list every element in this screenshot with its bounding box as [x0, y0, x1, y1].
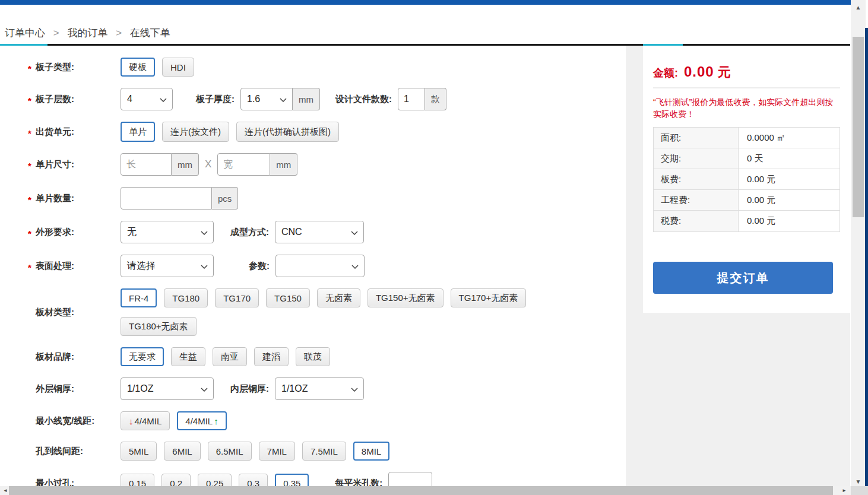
- inner-copper-label: 内层铜厚:: [230, 383, 269, 395]
- material-option-tg150-halogen-free[interactable]: TG150+无卤素: [368, 288, 443, 307]
- material-option-halogen-free[interactable]: 无卤素: [317, 288, 360, 307]
- min-trace-option-below[interactable]: ↓4/4MIL: [121, 411, 170, 430]
- min-via-label: 最小过孔:: [36, 478, 74, 487]
- material-option-tg150[interactable]: TG150: [266, 288, 310, 307]
- length-input[interactable]: [121, 153, 172, 176]
- brand-option-any[interactable]: 无要求: [121, 347, 164, 366]
- design-files-input[interactable]: [398, 88, 425, 110]
- brand-option-shengyi[interactable]: 生益: [171, 347, 205, 366]
- min-via-option-03[interactable]: 0.3: [239, 474, 268, 486]
- hole-to-line-option-5mil[interactable]: 5MIL: [121, 442, 157, 461]
- table-row: 工程费: 0.00 元: [654, 190, 840, 211]
- amount-value: 0.00: [684, 64, 714, 80]
- surface-select[interactable]: 请选择: [121, 255, 214, 277]
- length-unit: mm: [172, 153, 199, 176]
- amount-row: 金额: 0.00 元: [653, 64, 840, 88]
- min-via-option-015[interactable]: 0.15: [121, 474, 154, 486]
- breadcrumb-separator: >: [116, 27, 122, 39]
- layers-label: 板子层数:: [36, 94, 74, 105]
- row-piece-qty: *单片数量: pcs: [28, 187, 626, 210]
- material-option-tg180-halogen-free[interactable]: TG180+无卤素: [121, 317, 197, 336]
- layers-select[interactable]: 4: [121, 88, 173, 110]
- breadcrumb-online-order: 在线下单: [130, 27, 170, 39]
- breadcrumb-order-center[interactable]: 订单中心: [5, 27, 45, 39]
- brand-option-nanya[interactable]: 南亚: [213, 347, 247, 366]
- ship-unit-option-panel-by-file[interactable]: 连片(按文件): [162, 122, 229, 142]
- material-option-tg180[interactable]: TG180: [164, 288, 208, 307]
- chevron-down-icon: [280, 98, 287, 102]
- submit-order-button[interactable]: 提交订单: [653, 262, 833, 294]
- surface-param-label: 参数:: [249, 261, 270, 272]
- scroll-up-icon[interactable]: ▲: [851, 2, 866, 12]
- material-option-tg170-halogen-free[interactable]: TG170+无卤素: [451, 288, 527, 307]
- engineering-fee-label: 工程费:: [654, 190, 739, 210]
- brand-label: 板材品牌:: [36, 351, 74, 363]
- thickness-unit: mm: [293, 88, 320, 110]
- scroll-right-icon[interactable]: ►: [840, 486, 848, 495]
- board-type-option-hdi[interactable]: HDI: [162, 58, 194, 77]
- scroll-left-icon[interactable]: ◄: [1, 486, 9, 495]
- hole-to-line-option-6mil[interactable]: 6MIL: [164, 442, 200, 461]
- chevron-down-icon: [160, 98, 167, 102]
- surface-param-select[interactable]: [275, 255, 365, 277]
- row-min-via: 最小过孔: 0.15 0.2 0.25 0.3 0.35 每平米孔数:: [28, 472, 626, 486]
- brand-option-kingboard[interactable]: 建滔: [254, 347, 289, 366]
- holes-per-sqm-input[interactable]: [388, 472, 432, 486]
- board-fee-label: 板费:: [654, 169, 739, 189]
- row-material: 板材类型: FR-4 TG180 TG170 TG150 无卤素 TG150+无…: [28, 288, 626, 336]
- hole-to-line-option-7-5mil[interactable]: 7.5MIL: [302, 442, 346, 461]
- chevron-down-icon: [201, 231, 208, 235]
- brand-option-itek[interactable]: 联茂: [296, 347, 330, 366]
- tax-fee-value: 0.00 元: [739, 211, 840, 231]
- outline-select[interactable]: 无: [121, 221, 214, 243]
- width-input[interactable]: [217, 153, 270, 176]
- hole-to-line-option-8mil[interactable]: 8MIL: [353, 442, 389, 461]
- outer-copper-select[interactable]: 1/1OZ: [121, 377, 214, 400]
- vertical-scrollbar[interactable]: ▲ ▼: [851, 0, 866, 495]
- row-outline: *外形要求: 无 成型方式: CNC: [28, 221, 626, 243]
- forming-select[interactable]: CNC: [275, 221, 364, 243]
- hole-to-line-option-6-5mil[interactable]: 6.5MIL: [208, 442, 252, 461]
- min-trace-label: 最小线宽/线距:: [36, 415, 94, 427]
- engineering-fee-value: 0.00 元: [739, 190, 840, 210]
- board-type-option-rigid[interactable]: 硬板: [121, 58, 155, 77]
- hole-to-line-option-7mil[interactable]: 7MIL: [259, 442, 295, 461]
- required-mark: *: [28, 192, 36, 205]
- table-row: 税费: 0.00 元: [654, 211, 840, 231]
- width-unit: mm: [270, 153, 297, 176]
- required-mark: *: [28, 125, 36, 138]
- vertical-scrollbar-thumb[interactable]: [853, 37, 864, 217]
- scroll-down-icon[interactable]: ▼: [851, 477, 866, 487]
- size-multiply-separator: X: [205, 158, 211, 170]
- surface-label: 表面处理:: [36, 261, 74, 272]
- breadcrumb: 订单中心 > 我的订单 > 在线下单: [5, 26, 170, 40]
- piece-qty-input[interactable]: [121, 187, 212, 210]
- min-via-option-035[interactable]: 0.35: [275, 474, 309, 486]
- row-brand: 板材品牌: 无要求 生益 南亚 建滔 联茂: [28, 347, 626, 366]
- ship-unit-label: 出货单元:: [36, 126, 74, 138]
- horizontal-scrollbar-thumb[interactable]: [9, 486, 833, 495]
- piece-size-label: 单片尺寸:: [36, 159, 74, 170]
- breadcrumb-my-orders[interactable]: 我的订单: [67, 27, 107, 39]
- board-type-label: 板子类型:: [36, 62, 74, 73]
- min-trace-option-above[interactable]: 4/4MIL↑: [177, 411, 226, 430]
- material-option-fr4[interactable]: FR-4: [121, 288, 157, 307]
- forming-label: 成型方式:: [230, 227, 269, 238]
- leadtime-label: 交期:: [654, 148, 739, 169]
- required-mark: *: [28, 61, 36, 74]
- required-mark: *: [28, 226, 36, 239]
- horizontal-scrollbar[interactable]: ◄ ►: [0, 486, 851, 495]
- min-via-option-02[interactable]: 0.2: [161, 474, 191, 486]
- arrow-down-icon: ↓: [129, 416, 134, 426]
- row-copper: 外层铜厚: 1/1OZ 内层铜厚: 1/1OZ: [28, 377, 626, 400]
- row-layers: *板子层数: 4 板子厚度: 1.6 mm 设计文件款数: 款: [28, 88, 626, 110]
- row-min-trace: 最小线宽/线距: ↓4/4MIL 4/4MIL↑: [28, 411, 626, 430]
- price-summary-card: 金额: 0.00 元 “飞针测试”报价为最低收费，如实际文件超出则按实际收费！ …: [643, 46, 850, 313]
- min-via-option-025[interactable]: 0.25: [198, 474, 232, 486]
- ship-unit-option-panel-confirm[interactable]: 连片(代拼确认拼板图): [236, 122, 339, 142]
- area-value: 0.0000 ㎡: [739, 128, 840, 148]
- material-option-tg170[interactable]: TG170: [215, 288, 259, 307]
- thickness-select[interactable]: 1.6: [240, 88, 293, 110]
- ship-unit-option-single[interactable]: 单片: [121, 122, 155, 142]
- inner-copper-select[interactable]: 1/1OZ: [275, 377, 364, 400]
